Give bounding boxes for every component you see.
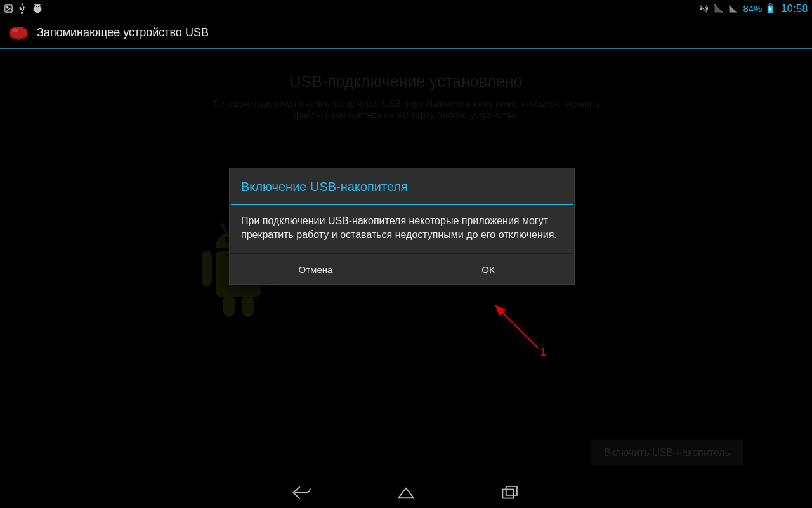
signal-1-icon [714, 4, 723, 13]
android-debug-icon [32, 4, 43, 13]
battery-icon [767, 3, 773, 14]
svg-point-3 [38, 6, 39, 6]
svg-rect-7 [768, 4, 773, 6]
recents-button[interactable] [496, 479, 524, 507]
vibrate-icon [698, 4, 709, 13]
dialog-button-row: Отмена ОК [230, 253, 574, 284]
svg-point-1 [6, 6, 8, 8]
usb-storage-dialog: Включение USB-накопителя При подключении… [229, 168, 575, 285]
signal-2-icon [728, 4, 738, 13]
action-bar: Запоминающее устройство USB [0, 17, 812, 48]
svg-point-2 [36, 6, 37, 6]
app-jellybean-icon [8, 22, 29, 43]
picture-icon [4, 4, 13, 13]
svg-rect-6 [769, 3, 771, 4]
cancel-button[interactable]: Отмена [230, 254, 402, 284]
ok-button[interactable]: ОК [402, 254, 574, 284]
dialog-body: При подключении USB-накопителя некоторые… [230, 205, 574, 253]
svg-rect-22 [502, 490, 513, 498]
page-title: Запоминающее устройство USB [37, 26, 209, 39]
status-bar: 84% 10:58 [0, 0, 812, 17]
battery-percent: 84% [743, 3, 762, 14]
home-button[interactable] [392, 479, 420, 507]
clock: 10:58 [781, 3, 808, 15]
back-button[interactable] [288, 479, 316, 507]
navigation-bar [0, 478, 812, 508]
svg-point-10 [12, 29, 18, 32]
dialog-title: Включение USB-накопителя [230, 168, 574, 204]
svg-rect-4 [700, 8, 703, 10]
svg-point-9 [10, 27, 28, 39]
svg-rect-23 [506, 486, 517, 495]
usb-icon [18, 3, 27, 14]
